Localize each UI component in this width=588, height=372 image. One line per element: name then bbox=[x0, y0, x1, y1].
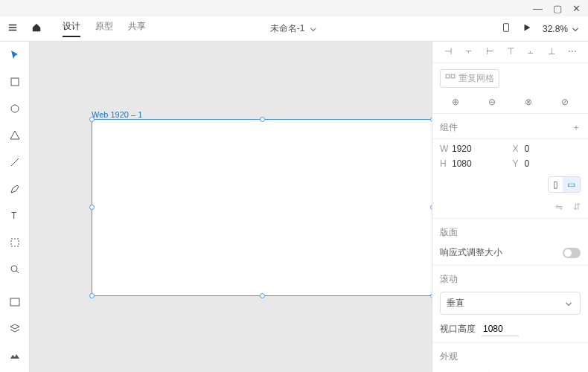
chevron-down-icon bbox=[570, 24, 581, 34]
tab-design[interactable]: 设计 bbox=[63, 20, 80, 37]
artboard-label[interactable]: Web 1920 – 1 bbox=[92, 110, 142, 119]
rectangle-tool[interactable] bbox=[6, 73, 24, 91]
landscape-icon[interactable]: ▭ bbox=[563, 177, 580, 192]
svg-rect-4 bbox=[11, 239, 19, 246]
align-right-icon[interactable]: ⊢ bbox=[482, 46, 498, 57]
flip-h-icon[interactable]: ⇋ bbox=[555, 202, 563, 212]
window-controls: — ▢ ✕ bbox=[525, 0, 588, 16]
align-top-icon[interactable]: ⊤ bbox=[502, 46, 519, 57]
pen-tool[interactable] bbox=[6, 180, 24, 198]
section-appearance: 外观 bbox=[440, 350, 458, 363]
polygon-tool[interactable] bbox=[6, 126, 24, 144]
bool-intersect-icon[interactable]: ⊗ bbox=[513, 97, 545, 107]
artboard-tool[interactable] bbox=[6, 234, 24, 251]
section-layout: 版面 bbox=[440, 226, 458, 239]
chevron-down-icon bbox=[563, 298, 574, 309]
repeat-grid-button[interactable]: 重复网格 bbox=[440, 69, 499, 88]
resize-handle[interactable] bbox=[89, 293, 95, 298]
bool-subtract-icon[interactable]: ⊖ bbox=[476, 97, 508, 107]
grid-icon bbox=[445, 74, 456, 84]
svg-rect-7 bbox=[446, 74, 450, 78]
line-tool[interactable] bbox=[6, 153, 24, 171]
canvas[interactable]: Web 1920 – 1 bbox=[30, 42, 432, 372]
w-label: W bbox=[440, 144, 449, 154]
responsive-toggle[interactable] bbox=[563, 248, 581, 258]
svg-rect-6 bbox=[10, 298, 19, 306]
bool-add-icon[interactable]: ⊕ bbox=[440, 97, 472, 107]
close-button[interactable]: ✕ bbox=[572, 3, 581, 14]
section-scroll: 滚动 bbox=[440, 273, 458, 286]
artboard[interactable] bbox=[92, 119, 433, 296]
zoom-tool[interactable] bbox=[6, 260, 24, 278]
align-bottom-icon[interactable]: ⊥ bbox=[543, 46, 560, 57]
width-input[interactable]: 1920 bbox=[452, 144, 474, 154]
select-tool[interactable] bbox=[6, 46, 24, 64]
svg-point-2 bbox=[11, 105, 19, 112]
align-left-icon[interactable]: ⊣ bbox=[440, 46, 456, 57]
device-preview-icon[interactable] bbox=[501, 22, 511, 35]
svg-point-5 bbox=[11, 266, 17, 272]
text-tool[interactable]: T bbox=[6, 207, 24, 225]
hamburger-icon[interactable] bbox=[7, 22, 18, 35]
minimize-button[interactable]: — bbox=[533, 3, 543, 14]
tab-prototype[interactable]: 原型 bbox=[95, 20, 113, 37]
assets-panel-icon[interactable] bbox=[6, 293, 24, 311]
home-icon[interactable] bbox=[31, 22, 42, 35]
tools-sidebar: T bbox=[0, 42, 30, 372]
section-component: 组件 bbox=[440, 121, 458, 134]
topbar: 设计 原型 共享 未命名-1 32.8% bbox=[0, 16, 588, 42]
ellipse-tool[interactable] bbox=[6, 100, 24, 118]
y-label: Y bbox=[513, 158, 522, 169]
resize-handle[interactable] bbox=[260, 293, 265, 298]
tab-share[interactable]: 共享 bbox=[128, 20, 146, 37]
play-icon[interactable] bbox=[522, 22, 532, 35]
bool-exclude-icon[interactable]: ⊘ bbox=[549, 97, 581, 107]
maximize-button[interactable]: ▢ bbox=[553, 3, 562, 14]
viewport-height-label: 视口高度 bbox=[440, 323, 476, 336]
properties-panel: ⊣ ⫟ ⊢ ⊤ ⫠ ⊥ ⋯ 重复网格 ⊕ ⊖ ⊗ ⊘ 组件 ＋ W1920 X0… bbox=[432, 42, 588, 372]
resize-handle[interactable] bbox=[260, 117, 265, 122]
viewport-height-input[interactable] bbox=[482, 322, 519, 336]
zoom-dropdown[interactable]: 32.8% bbox=[543, 24, 581, 34]
chevron-down-icon bbox=[307, 24, 318, 34]
height-input[interactable]: 1080 bbox=[452, 158, 474, 169]
orientation-toggle[interactable]: ▯ ▭ bbox=[548, 176, 581, 193]
svg-rect-1 bbox=[11, 78, 19, 86]
align-more-icon[interactable]: ⋯ bbox=[564, 46, 581, 57]
y-input[interactable]: 0 bbox=[525, 158, 547, 169]
align-middle-icon[interactable]: ⫠ bbox=[523, 46, 539, 57]
svg-rect-0 bbox=[503, 24, 508, 32]
document-title[interactable]: 未命名-1 bbox=[270, 22, 319, 35]
h-label: H bbox=[440, 158, 449, 169]
svg-rect-8 bbox=[451, 74, 455, 78]
responsive-label: 响应式调整大小 bbox=[440, 246, 502, 259]
layers-panel-icon[interactable] bbox=[6, 320, 24, 338]
portrait-icon[interactable]: ▯ bbox=[549, 177, 563, 192]
flip-v-icon[interactable]: ⇵ bbox=[573, 202, 581, 212]
x-label: X bbox=[513, 144, 522, 154]
scroll-select[interactable]: 垂直 bbox=[440, 292, 581, 315]
svg-text:T: T bbox=[11, 211, 17, 221]
resize-handle[interactable] bbox=[89, 117, 95, 122]
x-input[interactable]: 0 bbox=[525, 144, 547, 154]
add-component-icon[interactable]: ＋ bbox=[572, 121, 581, 134]
resize-handle[interactable] bbox=[89, 205, 95, 210]
align-center-h-icon[interactable]: ⫟ bbox=[461, 46, 477, 57]
plugins-panel-icon[interactable] bbox=[6, 347, 24, 365]
